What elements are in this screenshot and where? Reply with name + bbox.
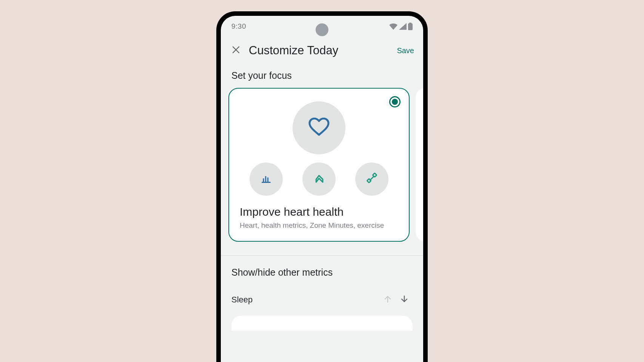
- focus-card-heart-health[interactable]: Improve heart health Heart, health metri…: [228, 88, 410, 242]
- arrow-up-icon: [313, 173, 325, 186]
- svg-rect-10: [373, 173, 377, 177]
- focus-main-icon-circle: [293, 101, 345, 154]
- phone-frame: 9:30: [216, 11, 428, 362]
- status-icons: [389, 23, 413, 30]
- dumbbell-icon: [366, 173, 377, 186]
- focus-small-icon-1: [250, 163, 283, 196]
- focus-card-title: Improve heart health: [240, 206, 398, 218]
- heart-icon: [308, 118, 330, 138]
- stage: 9:30: [0, 0, 644, 362]
- bar-chart-icon: [261, 173, 271, 185]
- metrics-section-label: Show/hide other metrics: [221, 256, 423, 288]
- focus-cards-row: Improve heart health Heart, health metri…: [221, 88, 423, 242]
- svg-rect-0: [408, 23, 413, 30]
- wifi-icon: [389, 23, 397, 30]
- metric-name: Sleep: [231, 295, 379, 305]
- svg-rect-1: [409, 23, 411, 24]
- arrow-down-icon: [400, 295, 409, 305]
- move-down-button[interactable]: [396, 291, 413, 308]
- status-time: 9:30: [231, 22, 246, 31]
- move-up-button: [379, 291, 396, 308]
- focus-card-next-peek[interactable]: [416, 88, 423, 242]
- radio-selected-icon: [389, 96, 401, 107]
- focus-card-subtitle: Heart, health metrics, Zone Minutes, exe…: [240, 221, 398, 230]
- cellular-icon: [399, 23, 407, 30]
- focus-small-icon-2: [302, 163, 336, 196]
- page-title: Customize Today: [249, 44, 390, 57]
- metric-row-sleep: Sleep: [221, 288, 423, 308]
- app-header: Customize Today Save: [221, 37, 423, 65]
- save-button[interactable]: Save: [397, 46, 414, 55]
- focus-section-label: Set your focus: [221, 65, 423, 88]
- svg-rect-9: [367, 179, 371, 183]
- close-icon: [231, 45, 240, 56]
- focus-small-icons: [240, 163, 398, 196]
- arrow-up-icon: [383, 295, 392, 305]
- battery-icon: [408, 23, 413, 30]
- close-button[interactable]: [230, 44, 242, 57]
- focus-small-icon-3: [355, 163, 388, 196]
- metric-card-peek: [231, 316, 413, 331]
- phone-screen: 9:30: [221, 16, 423, 362]
- camera-hole: [316, 23, 328, 36]
